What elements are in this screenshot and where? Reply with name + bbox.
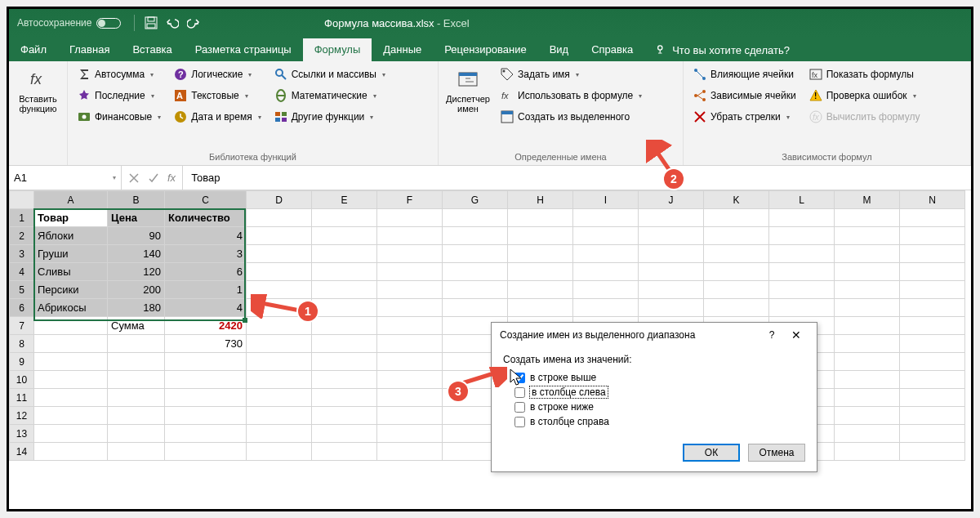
cell-N4[interactable] xyxy=(900,263,965,281)
cell-D9[interactable] xyxy=(247,353,312,371)
save-icon[interactable] xyxy=(145,16,158,29)
cell-E11[interactable] xyxy=(312,389,377,407)
cell-N5[interactable] xyxy=(900,281,965,299)
cell-J5[interactable] xyxy=(639,281,704,299)
cell-D14[interactable] xyxy=(247,443,312,461)
cell-G6[interactable] xyxy=(443,299,508,317)
financial-button[interactable]: Финансовые▾ xyxy=(73,107,166,127)
cell-M7[interactable] xyxy=(835,317,900,335)
cell-E1[interactable] xyxy=(312,209,377,227)
tab-help[interactable]: Справка xyxy=(580,38,644,61)
trace-precedents-button[interactable]: Влияющие ячейки xyxy=(688,65,801,84)
formula-input[interactable]: Товар xyxy=(183,172,971,184)
fx-icon[interactable]: fx xyxy=(167,172,176,184)
cell-M11[interactable] xyxy=(835,389,900,407)
cell-I1[interactable] xyxy=(573,209,639,227)
cell-H1[interactable] xyxy=(508,209,573,227)
text-button[interactable]: AТекстовые▾ xyxy=(169,86,265,105)
cell-I5[interactable] xyxy=(573,281,639,299)
row-header-9[interactable]: 9 xyxy=(10,353,34,371)
cell-M12[interactable] xyxy=(835,407,900,425)
cell-M3[interactable] xyxy=(835,245,900,263)
use-in-formula-button[interactable]: fxИспользовать в формуле▾ xyxy=(496,86,647,105)
cell-F8[interactable] xyxy=(377,335,443,353)
checkbox-right-col[interactable] xyxy=(514,417,525,427)
cell-E14[interactable] xyxy=(312,443,377,461)
row-header-8[interactable]: 8 xyxy=(10,335,34,353)
cell-E9[interactable] xyxy=(312,353,377,371)
tab-data[interactable]: Данные xyxy=(372,38,433,61)
cell-I4[interactable] xyxy=(573,263,639,281)
cell-D1[interactable] xyxy=(247,209,312,227)
error-checking-button[interactable]: !Проверка ошибок▾ xyxy=(804,86,925,105)
cell-B3[interactable]: 140 xyxy=(108,245,165,263)
cell-H6[interactable] xyxy=(508,299,573,317)
cell-L6[interactable] xyxy=(769,299,835,317)
more-fn-button[interactable]: Другие функции▾ xyxy=(270,107,390,127)
col-header-G[interactable]: G xyxy=(443,191,508,209)
cell-F1[interactable] xyxy=(377,209,443,227)
cell-J1[interactable] xyxy=(639,209,704,227)
tab-review[interactable]: Рецензирование xyxy=(433,38,537,61)
checkbox-bottom-row[interactable] xyxy=(514,402,525,413)
row-header-6[interactable]: 6 xyxy=(10,299,34,317)
cell-B9[interactable] xyxy=(108,353,165,371)
cell-F13[interactable] xyxy=(377,425,443,443)
cell-J4[interactable] xyxy=(639,263,704,281)
tab-insert[interactable]: Вставка xyxy=(121,38,183,61)
cancel-button[interactable]: Отмена xyxy=(748,444,805,462)
row-header-5[interactable]: 5 xyxy=(10,281,34,299)
cell-K1[interactable] xyxy=(704,209,769,227)
cell-M8[interactable] xyxy=(835,335,900,353)
cell-E12[interactable] xyxy=(312,407,377,425)
cell-C2[interactable]: 4 xyxy=(165,227,247,245)
cell-F3[interactable] xyxy=(377,245,443,263)
cell-F11[interactable] xyxy=(377,389,443,407)
cell-A13[interactable] xyxy=(34,425,108,443)
cell-N6[interactable] xyxy=(900,299,965,317)
cell-L3[interactable] xyxy=(769,245,835,263)
cell-B14[interactable] xyxy=(108,443,165,461)
cell-N3[interactable] xyxy=(900,245,965,263)
cell-G1[interactable] xyxy=(443,209,508,227)
cell-A11[interactable] xyxy=(34,389,108,407)
col-header-J[interactable]: J xyxy=(639,191,704,209)
cell-B4[interactable]: 120 xyxy=(108,263,165,281)
cell-K3[interactable] xyxy=(704,245,769,263)
undo-icon[interactable] xyxy=(166,16,179,29)
cell-M13[interactable] xyxy=(835,425,900,443)
tab-home[interactable]: Главная xyxy=(58,38,121,61)
cell-B7[interactable]: Сумма xyxy=(108,317,165,335)
cell-C9[interactable] xyxy=(165,353,247,371)
cell-C7[interactable]: 2420 xyxy=(165,317,247,335)
cell-C6[interactable]: 4 xyxy=(165,299,247,317)
cell-E8[interactable] xyxy=(312,335,377,353)
cell-D3[interactable] xyxy=(247,245,312,263)
tab-file[interactable]: Файл xyxy=(9,38,58,61)
cell-N11[interactable] xyxy=(900,389,965,407)
row-header-13[interactable]: 13 xyxy=(10,425,34,443)
name-manager-button[interactable]: Диспетчер имен xyxy=(443,65,492,150)
cell-N7[interactable] xyxy=(900,317,965,335)
col-header-F[interactable]: F xyxy=(377,191,443,209)
cell-J6[interactable] xyxy=(639,299,704,317)
cell-K6[interactable] xyxy=(704,299,769,317)
cell-A6[interactable]: Абрикосы xyxy=(34,299,108,317)
cell-A9[interactable] xyxy=(34,353,108,371)
dialog-help-button[interactable]: ? xyxy=(760,329,784,341)
lookup-button[interactable]: Ссылки и массивы▾ xyxy=(270,65,390,84)
cell-I3[interactable] xyxy=(573,245,639,263)
cell-H5[interactable] xyxy=(508,281,573,299)
row-header-3[interactable]: 3 xyxy=(10,245,34,263)
row-header-1[interactable]: 1 xyxy=(10,209,34,227)
tab-view[interactable]: Вид xyxy=(538,38,581,61)
name-box[interactable]: A1▾ xyxy=(9,166,122,190)
cell-J2[interactable] xyxy=(639,227,704,245)
row-header-10[interactable]: 10 xyxy=(10,371,34,389)
redo-icon[interactable] xyxy=(187,16,200,29)
cell-M5[interactable] xyxy=(835,281,900,299)
define-name-button[interactable]: Задать имя▾ xyxy=(496,65,647,84)
evaluate-formula-button[interactable]: fxВычислить формулу xyxy=(804,107,925,127)
cell-A8[interactable] xyxy=(34,335,108,353)
cell-F6[interactable] xyxy=(377,299,443,317)
